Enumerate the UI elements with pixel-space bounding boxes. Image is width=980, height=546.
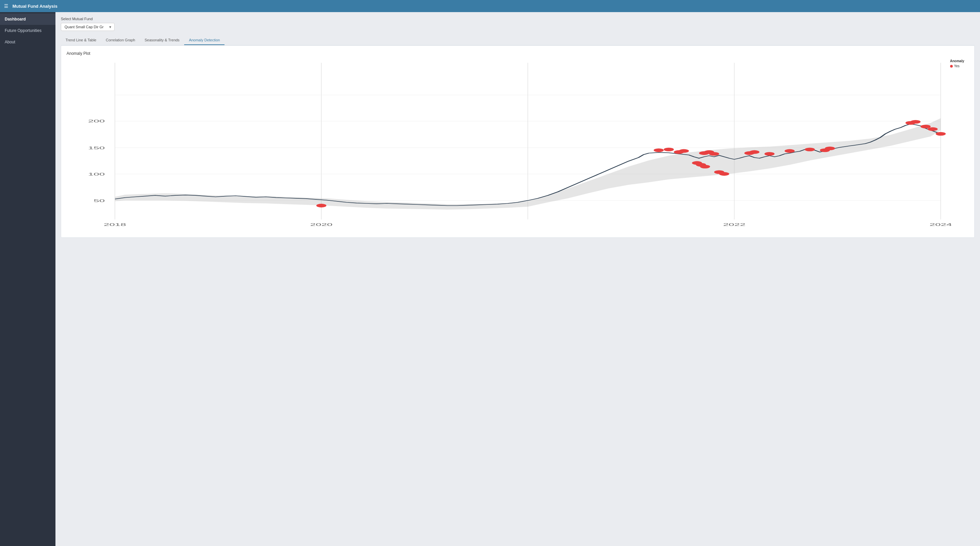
svg-point-27 [709, 152, 719, 156]
svg-point-21 [654, 148, 664, 152]
svg-point-37 [805, 148, 815, 151]
svg-text:2022: 2022 [723, 223, 745, 227]
chart-legend: Anomaly Yes [950, 59, 964, 68]
legend-yes-label: Yes [954, 64, 959, 68]
chart-area: Anomaly Yes [65, 59, 971, 234]
sidebar: Dashboard Future Opportunities About [0, 12, 56, 546]
svg-point-20 [316, 204, 326, 207]
svg-point-35 [765, 152, 775, 156]
svg-point-41 [910, 120, 921, 124]
sidebar-item-future-opportunities[interactable]: Future Opportunities [0, 25, 56, 36]
legend-item-yes: Yes [950, 64, 964, 68]
svg-point-36 [785, 149, 795, 153]
tab-trend-line[interactable]: Trend Line & Table [61, 36, 101, 45]
svg-point-24 [679, 149, 689, 153]
svg-text:50: 50 [94, 199, 105, 203]
app-header: ☰ Mutual Fund Analysis [0, 0, 980, 12]
tab-anomaly-detection[interactable]: Anomaly Detection [184, 36, 224, 45]
svg-text:2024: 2024 [929, 223, 952, 227]
fund-select[interactable]: Quant Small Cap Dir Gr HDFC Mid Cap Fund… [61, 23, 115, 31]
svg-text:2018: 2018 [104, 223, 126, 227]
svg-point-44 [935, 132, 946, 136]
sidebar-item-about[interactable]: About [0, 36, 56, 48]
anomaly-svg-chart: 50 100 150 200 2018 2020 2022 2024 [65, 59, 971, 234]
tab-seasonality[interactable]: Seasonality & Trends [140, 36, 184, 45]
svg-point-43 [928, 127, 938, 131]
sidebar-item-dashboard[interactable]: Dashboard [0, 13, 56, 25]
svg-point-30 [700, 165, 710, 169]
svg-text:100: 100 [88, 172, 105, 176]
svg-text:150: 150 [88, 146, 105, 150]
svg-point-22 [664, 148, 674, 151]
fund-select-label: Select Mutual Fund [61, 17, 975, 21]
svg-text:200: 200 [88, 119, 105, 123]
svg-point-34 [749, 150, 759, 154]
chart-container: Anomaly Plot Anomaly Yes [61, 45, 975, 238]
fund-select-wrapper[interactable]: Quant Small Cap Dir Gr HDFC Mid Cap Fund… [61, 23, 115, 31]
main-layout: Dashboard Future Opportunities About Sel… [0, 12, 980, 546]
svg-point-32 [719, 172, 729, 176]
tab-correlation-graph[interactable]: Correlation Graph [101, 36, 140, 45]
main-content: Select Mutual Fund Quant Small Cap Dir G… [56, 12, 980, 546]
legend-dot-yes [950, 65, 953, 68]
svg-point-39 [825, 146, 835, 150]
menu-icon[interactable]: ☰ [4, 3, 8, 9]
tab-bar: Trend Line & Table Correlation Graph Sea… [61, 36, 975, 45]
chart-title: Anomaly Plot [67, 51, 971, 56]
svg-text:2020: 2020 [310, 223, 333, 227]
app-title: Mutual Fund Analysis [13, 4, 57, 9]
legend-title: Anomaly [950, 59, 964, 63]
